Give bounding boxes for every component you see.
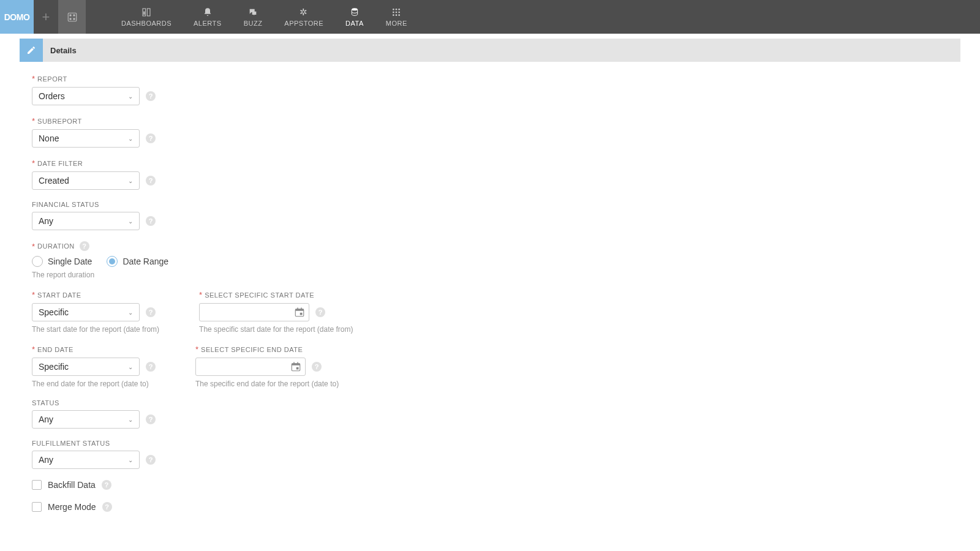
svg-point-11: [399, 9, 401, 10]
add-button[interactable]: +: [34, 0, 58, 34]
chevron-down-icon: ⌄: [128, 135, 133, 142]
nav-label: APPSTORE: [284, 20, 323, 27]
start-date-select[interactable]: Specific ⌄: [32, 303, 140, 321]
field-end-date: *END DATE Specific ⌄ ? The end date for …: [32, 345, 156, 388]
date-filter-select[interactable]: Created ⌄: [32, 171, 140, 190]
help-icon[interactable]: ?: [146, 362, 156, 372]
start-date-label: START DATE: [37, 291, 81, 299]
financial-status-label: FINANCIAL STATUS: [32, 201, 99, 208]
svg-point-8: [352, 8, 357, 10]
specific-end-input[interactable]: [195, 358, 306, 376]
svg-rect-4: [73, 18, 75, 20]
chevron-down-icon: ⌄: [128, 457, 133, 463]
chevron-down-icon: ⌄: [128, 178, 133, 184]
chat-icon: [248, 7, 258, 17]
nav-label: ALERTS: [194, 20, 222, 27]
details-form: *REPORT Orders ⌄ ? *SUBREPORT None ⌄ ? *…: [0, 62, 980, 549]
help-icon[interactable]: ?: [312, 362, 322, 372]
help-icon[interactable]: ?: [315, 307, 325, 317]
select-value: Created: [39, 176, 69, 186]
nav-appstore[interactable]: ✲ APPSTORE: [273, 0, 334, 34]
financial-status-select[interactable]: Any ⌄: [32, 212, 140, 230]
help-icon[interactable]: ?: [146, 307, 156, 317]
chevron-down-icon: ⌄: [128, 93, 133, 100]
nav-label: MORE: [386, 20, 407, 27]
nav-buzz[interactable]: BUZZ: [233, 0, 274, 34]
report-label: REPORT: [37, 75, 67, 83]
duration-hint: The report duration: [32, 271, 948, 279]
chevron-down-icon: ⌄: [128, 218, 133, 225]
svg-rect-27: [296, 367, 299, 370]
subreport-label: SUBREPORT: [37, 118, 82, 125]
merge-label: Merge Mode: [48, 502, 96, 512]
field-subreport: *SUBREPORT None ⌄ ?: [32, 116, 948, 148]
end-date-select[interactable]: Specific ⌄: [32, 358, 140, 376]
help-icon[interactable]: ?: [146, 216, 156, 226]
fulfillment-status-select[interactable]: Any ⌄: [32, 451, 140, 469]
nav-dashboards[interactable]: DASHBOARDS: [110, 0, 183, 34]
appstore-icon: ✲: [299, 7, 309, 17]
fulfillment-status-label: FULFILLMENT STATUS: [32, 440, 110, 447]
top-nav: DOMO + DASHBOARDS ALERTS BUZZ ✲ APPSTORE…: [0, 0, 980, 34]
help-icon[interactable]: ?: [102, 502, 112, 512]
page-title: Details: [43, 39, 77, 62]
grid-icon: [391, 7, 401, 17]
nav-alerts[interactable]: ALERTS: [183, 0, 233, 34]
svg-point-14: [399, 11, 401, 13]
field-date-filter: *DATE FILTER Created ⌄ ?: [32, 159, 948, 190]
field-status: STATUS Any ⌄ ?: [32, 399, 948, 429]
radio-icon: [107, 256, 118, 267]
svg-rect-25: [293, 362, 295, 364]
nav-more[interactable]: MORE: [375, 0, 418, 34]
help-icon[interactable]: ?: [146, 455, 156, 465]
help-icon[interactable]: ?: [102, 480, 111, 490]
subreport-select[interactable]: None ⌄: [32, 129, 140, 148]
select-value: Specific: [39, 362, 69, 372]
help-icon[interactable]: ?: [146, 176, 156, 186]
specific-start-input[interactable]: [199, 303, 309, 321]
nav-label: DATA: [345, 20, 364, 27]
svg-rect-1: [69, 14, 71, 16]
duration-label: DURATION: [37, 242, 75, 250]
radio-single-date[interactable]: Single Date: [32, 256, 92, 267]
report-select[interactable]: Orders ⌄: [32, 87, 140, 105]
field-backfill-data: Backfill Data ?: [32, 480, 948, 490]
dashboards-icon: [141, 7, 151, 17]
help-icon[interactable]: ?: [146, 133, 156, 143]
svg-rect-0: [68, 13, 77, 21]
status-label: STATUS: [32, 399, 59, 407]
svg-rect-22: [300, 313, 303, 315]
svg-point-9: [393, 9, 394, 10]
card-icon[interactable]: [58, 0, 86, 34]
specific-start-label: SELECT SPECIFIC START DATE: [205, 291, 314, 299]
nav-label: DASHBOARDS: [121, 20, 172, 27]
select-value: Any: [39, 414, 53, 424]
svg-rect-21: [301, 308, 302, 310]
end-date-label: END DATE: [37, 346, 74, 353]
select-value: Specific: [39, 307, 69, 317]
merge-checkbox[interactable]: [32, 502, 42, 512]
svg-rect-19: [295, 309, 304, 311]
specific-end-label: SELECT SPECIFIC END DATE: [201, 346, 303, 353]
nav-data[interactable]: DATA: [334, 0, 375, 34]
help-icon[interactable]: ?: [146, 91, 156, 101]
bell-icon: [203, 7, 213, 17]
field-start-date: *START DATE Specific ⌄ ? The start date …: [32, 290, 159, 334]
nav-label: BUZZ: [244, 20, 263, 27]
brand-logo[interactable]: DOMO: [0, 0, 34, 34]
select-value: Orders: [39, 91, 65, 101]
backfill-checkbox[interactable]: [32, 480, 42, 490]
help-icon[interactable]: ?: [80, 241, 89, 251]
calendar-icon: [293, 305, 306, 319]
select-value: Any: [39, 216, 53, 226]
svg-rect-24: [292, 364, 300, 365]
radio-date-range[interactable]: Date Range: [107, 256, 168, 267]
pencil-icon: [20, 39, 43, 62]
svg-point-13: [396, 11, 398, 13]
status-select[interactable]: Any ⌄: [32, 410, 140, 429]
svg-point-16: [396, 14, 398, 16]
chevron-down-icon: ⌄: [128, 364, 133, 370]
help-icon[interactable]: ?: [146, 414, 156, 424]
select-value: None: [39, 133, 59, 143]
field-financial-status: FINANCIAL STATUS Any ⌄ ?: [32, 201, 948, 230]
